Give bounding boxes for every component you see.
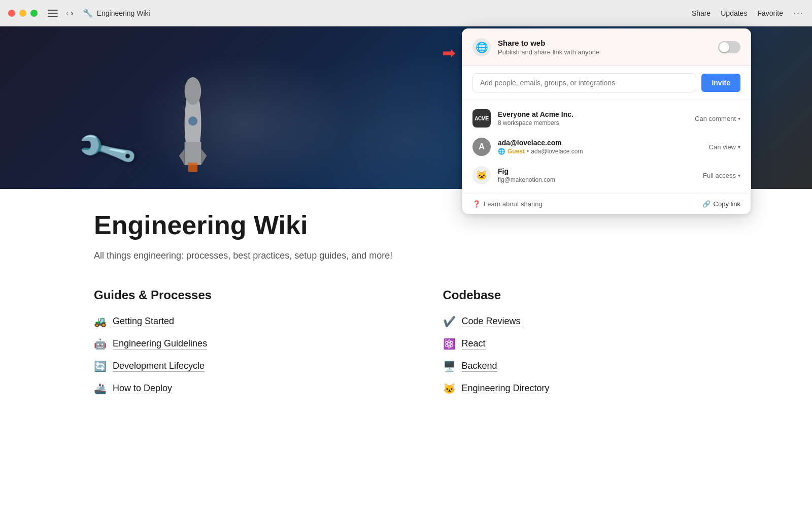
- updates-button[interactable]: Updates: [721, 9, 747, 17]
- fig-detail: fig@makenotion.com: [498, 176, 696, 183]
- ada-email: •: [527, 148, 529, 155]
- dev-lifecycle-icon: 🔄: [94, 360, 107, 372]
- list-item[interactable]: 🚢 How to Deploy: [94, 379, 413, 398]
- page-body: Engineering Wiki All things engineering:…: [0, 189, 812, 428]
- acme-permission[interactable]: Can comment ▾: [695, 115, 740, 122]
- learn-link-text: Learn about sharing: [484, 200, 543, 208]
- nav-arrows: ‹ ›: [66, 9, 74, 18]
- titlebar: ‹ › 🔧 Engineering Wiki Share Updates Fav…: [0, 0, 812, 26]
- svg-point-1: [185, 77, 201, 105]
- fig-info: Fig fig@makenotion.com: [498, 167, 696, 183]
- list-item[interactable]: ⚛️ React: [443, 335, 762, 353]
- engineering-directory-icon: 🐱: [443, 383, 456, 395]
- guides-title: Guides & Processes: [94, 288, 413, 302]
- svg-marker-4: [201, 149, 207, 165]
- share-to-web-title: Share to web: [498, 39, 711, 47]
- svg-marker-3: [179, 149, 185, 165]
- list-item[interactable]: ✔️ Code Reviews: [443, 312, 762, 331]
- ada-detail: 🌐 Guest • ada@lovelace.com: [498, 148, 702, 155]
- ada-name: ada@lovelace.com: [498, 139, 702, 147]
- react-icon: ⚛️: [443, 338, 456, 350]
- copy-icon: 🔗: [702, 200, 710, 208]
- sections-grid: Guides & Processes 🚜 Getting Started 🤖 E…: [94, 288, 761, 398]
- invite-button[interactable]: Invite: [701, 74, 740, 92]
- fig-avatar: 🐱: [472, 166, 491, 184]
- list-item[interactable]: 🐱 Engineering Directory: [443, 379, 762, 398]
- breadcrumb: 🔧 Engineering Wiki: [83, 8, 150, 18]
- acme-detail: 8 workspace members: [498, 119, 688, 126]
- codebase-links: ✔️ Code Reviews ⚛️ React 🖥️ Backend 🐱 En…: [443, 312, 762, 398]
- ada-email-text: ada@lovelace.com: [531, 148, 583, 155]
- code-reviews-link: Code Reviews: [462, 316, 521, 327]
- people-list: ACME Everyone at Acme Inc. 8 workspace m…: [462, 100, 751, 194]
- acme-name: Everyone at Acme Inc.: [498, 110, 688, 118]
- list-item[interactable]: 🖥️ Backend: [443, 357, 762, 375]
- minimize-button[interactable]: [19, 10, 26, 17]
- fig-permission-label: Full access: [703, 172, 736, 179]
- svg-point-5: [188, 116, 197, 125]
- share-to-web-subtitle: Publish and share link with anyone: [498, 48, 711, 56]
- titlebar-actions: Share Updates Favorite ···: [692, 8, 804, 18]
- svg-rect-2: [185, 142, 201, 165]
- guest-badge: Guest: [507, 148, 525, 155]
- wiki-subtitle: All things engineering: processes, best …: [94, 249, 761, 263]
- share-button[interactable]: Share: [692, 9, 710, 17]
- chevron-down-icon: ▾: [738, 144, 740, 150]
- codebase-title: Codebase: [443, 288, 762, 302]
- guides-section: Guides & Processes 🚜 Getting Started 🤖 E…: [94, 288, 413, 398]
- list-item[interactable]: 🔄 Development Lifecycle: [94, 357, 413, 375]
- list-item[interactable]: 🚜 Getting Started: [94, 312, 413, 331]
- help-icon: ❓: [472, 200, 481, 208]
- fig-name: Fig: [498, 167, 696, 175]
- react-link: React: [462, 338, 486, 350]
- engineering-guidelines-link: Engineering Guidelines: [113, 338, 207, 350]
- acme-avatar: ACME: [472, 109, 491, 128]
- favorite-button[interactable]: Favorite: [757, 9, 783, 17]
- ada-permission[interactable]: Can view ▾: [709, 143, 740, 151]
- code-reviews-icon: ✔️: [443, 315, 456, 328]
- ada-permission-label: Can view: [709, 143, 736, 151]
- close-button[interactable]: [8, 10, 15, 17]
- chevron-down-icon: ▾: [738, 116, 740, 121]
- wrench-icon: 🔧: [83, 8, 93, 18]
- share-to-web-text: Share to web Publish and share link with…: [498, 39, 711, 56]
- engineering-guidelines-icon: 🤖: [94, 338, 107, 350]
- fig-permission[interactable]: Full access ▾: [703, 172, 740, 179]
- invite-row: Invite: [462, 66, 751, 100]
- getting-started-icon: 🚜: [94, 315, 107, 328]
- maximize-button[interactable]: [30, 10, 38, 17]
- share-popup: 🌐 Share to web Publish and share link wi…: [462, 28, 751, 214]
- person-row: ACME Everyone at Acme Inc. 8 workspace m…: [462, 104, 751, 133]
- dev-lifecycle-link: Development Lifecycle: [113, 361, 205, 372]
- ada-avatar: A: [472, 138, 491, 156]
- getting-started-link: Getting Started: [113, 316, 174, 327]
- copy-link-button[interactable]: 🔗 Copy link: [702, 200, 740, 208]
- rocket-illustration: [173, 77, 213, 179]
- how-to-deploy-icon: 🚢: [94, 383, 107, 395]
- person-row: 🐱 Fig fig@makenotion.com Full access ▾: [462, 161, 751, 189]
- codebase-section: Codebase ✔️ Code Reviews ⚛️ React 🖥️ Bac…: [443, 288, 762, 398]
- learn-about-sharing-link[interactable]: ❓ Learn about sharing: [472, 200, 543, 208]
- backend-icon: 🖥️: [443, 360, 456, 372]
- traffic-lights: [8, 10, 38, 17]
- invite-input[interactable]: [472, 73, 696, 92]
- copy-link-text: Copy link: [714, 200, 740, 208]
- menu-button[interactable]: [48, 10, 58, 17]
- engineering-directory-link: Engineering Directory: [462, 383, 550, 394]
- acme-info: Everyone at Acme Inc. 8 workspace member…: [498, 110, 688, 126]
- page-title: Engineering Wiki: [97, 9, 150, 17]
- back-arrow[interactable]: ‹: [66, 9, 69, 18]
- backend-link: Backend: [462, 361, 497, 372]
- guides-links: 🚜 Getting Started 🤖 Engineering Guidelin…: [94, 312, 413, 398]
- how-to-deploy-link: How to Deploy: [113, 383, 172, 394]
- more-button[interactable]: ···: [793, 8, 804, 18]
- popup-footer: ❓ Learn about sharing 🔗 Copy link: [462, 194, 751, 214]
- list-item[interactable]: 🤖 Engineering Guidelines: [94, 335, 413, 353]
- person-row: A ada@lovelace.com 🌐 Guest • ada@lovelac…: [462, 133, 751, 161]
- share-to-web-toggle[interactable]: [718, 41, 740, 53]
- forward-arrow[interactable]: ›: [71, 9, 73, 18]
- chevron-down-icon: ▾: [738, 173, 740, 178]
- acme-permission-label: Can comment: [695, 115, 736, 122]
- share-to-web-row: 🌐 Share to web Publish and share link wi…: [462, 29, 751, 66]
- svg-rect-6: [188, 163, 197, 172]
